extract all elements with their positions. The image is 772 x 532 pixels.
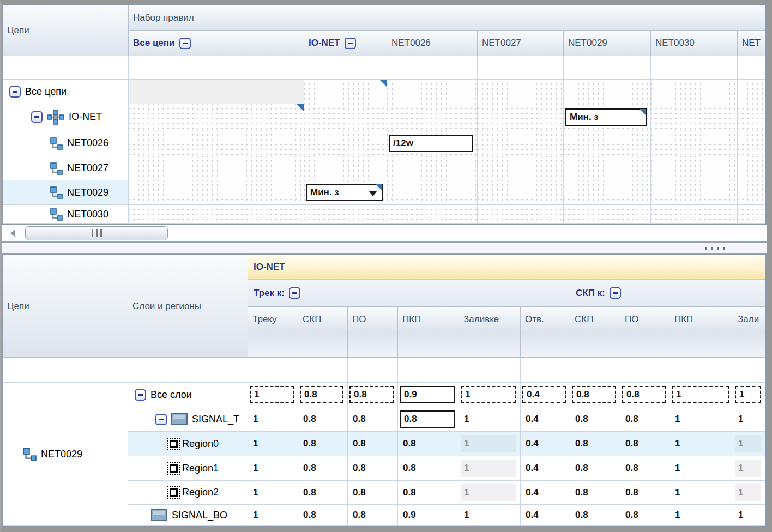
- skp-to-group-header[interactable]: СКП к:: [570, 280, 765, 307]
- clearance-cell[interactable]: 0.8: [348, 456, 398, 481]
- clearance-cell[interactable]: 0.8: [398, 456, 459, 481]
- clearance-cell[interactable]: 0.4: [521, 456, 570, 481]
- colheader-pkp[interactable]: ПКП: [398, 307, 459, 332]
- clearance-cell-inherited[interactable]: 1: [459, 432, 521, 456]
- tree-row-all-nets[interactable]: Все цепи: [3, 80, 129, 104]
- rule-cell[interactable]: [738, 156, 765, 180]
- top-ruleset-header[interactable]: Набор правил: [129, 5, 765, 31]
- clearance-cell[interactable]: 1: [670, 481, 733, 505]
- rule-cell[interactable]: [651, 80, 738, 104]
- collapse-track-group-button[interactable]: [289, 287, 300, 299]
- clearance-cell[interactable]: 0.4: [521, 383, 570, 407]
- collapse-skp-group-button[interactable]: [610, 287, 621, 299]
- rule-cell[interactable]: [478, 156, 564, 180]
- colheader-fill[interactable]: Заливке: [459, 307, 521, 332]
- clearance-editor[interactable]: 1: [461, 386, 516, 403]
- rule-cell[interactable]: [651, 156, 738, 180]
- top-filter-cell[interactable]: [129, 56, 304, 80]
- clearance-editor[interactable]: 1: [250, 386, 294, 403]
- rule-cell[interactable]: [387, 180, 478, 205]
- collapse-io-net-column-button[interactable]: [345, 38, 356, 49]
- clearance-cell[interactable]: 0.8: [570, 407, 620, 432]
- top-colheader-io-net[interactable]: IO-NET: [304, 31, 387, 56]
- clearance-cell-inherited[interactable]: 1: [459, 481, 521, 505]
- colheader-track[interactable]: Треку: [248, 307, 298, 332]
- rule-cell[interactable]: [129, 205, 304, 224]
- rule-cell[interactable]: [387, 104, 478, 130]
- clearance-cell[interactable]: 1: [459, 407, 521, 432]
- bottom-filter-cell[interactable]: [348, 332, 398, 358]
- clearance-cell-inherited[interactable]: 1: [733, 432, 765, 456]
- bottom-filter-cell[interactable]: [570, 332, 620, 358]
- clearance-cell[interactable]: 1: [248, 456, 298, 481]
- clearance-cell-inherited[interactable]: 1: [459, 456, 521, 481]
- clearance-cell[interactable]: 0.8: [298, 505, 348, 526]
- rule-cell[interactable]: [387, 156, 478, 180]
- clearance-cell[interactable]: 0.8: [570, 383, 620, 407]
- clearance-cell[interactable]: 1: [670, 456, 733, 481]
- clearance-editor[interactable]: 1: [672, 386, 729, 403]
- colheader-hole[interactable]: Отв.: [521, 307, 570, 332]
- rule-cell[interactable]: [478, 180, 564, 205]
- collapse-signal-top-button[interactable]: [155, 414, 167, 425]
- clearance-cell[interactable]: 1: [459, 383, 521, 407]
- collapse-io-net-row-button[interactable]: [31, 111, 43, 123]
- clearance-cell[interactable]: 0.4: [521, 407, 570, 432]
- clearance-cell[interactable]: 0.8: [348, 481, 398, 505]
- rule-cell[interactable]: [564, 130, 651, 156]
- top-horizontal-scrollbar[interactable]: [2, 225, 767, 243]
- colheader-skp[interactable]: СКП: [298, 307, 348, 332]
- rule-cell[interactable]: [387, 80, 478, 104]
- rule-cell[interactable]: [564, 156, 651, 180]
- scrollbar-thumb[interactable]: [25, 226, 168, 240]
- rule-cell-net0026-net0026[interactable]: /12w: [387, 130, 478, 156]
- clearance-cell[interactable]: 0.4: [521, 505, 570, 526]
- bottom-filter-cell[interactable]: [620, 332, 670, 358]
- clearance-editor[interactable]: 0.8: [622, 386, 666, 403]
- rule-cell[interactable]: [564, 205, 651, 224]
- clearance-cell[interactable]: 0.8: [348, 407, 398, 432]
- tree-row-io-net[interactable]: IO-NET: [3, 104, 129, 130]
- clearance-cell[interactable]: 1: [248, 432, 298, 456]
- rule-cell[interactable]: [304, 156, 387, 180]
- clearance-cell[interactable]: 0.8: [348, 505, 398, 526]
- rule-cell[interactable]: [651, 130, 738, 156]
- rule-value-editor[interactable]: Мин. з: [565, 108, 647, 126]
- bottom-filter-cell[interactable]: [733, 332, 765, 358]
- layer-row-region1[interactable]: Region1: [128, 456, 248, 481]
- layer-row-region2[interactable]: Region2: [128, 481, 248, 505]
- rule-cell-allnets-allnets[interactable]: [129, 80, 304, 104]
- clearance-cell[interactable]: 0.8: [570, 505, 620, 526]
- top-colheader-net0026[interactable]: NET0026: [387, 31, 478, 56]
- clearance-cell[interactable]: 0.8: [348, 383, 398, 407]
- tree-row-net0026[interactable]: NET0026: [3, 130, 129, 156]
- bottom-filter-cell[interactable]: [248, 332, 298, 358]
- rule-cell[interactable]: [478, 80, 564, 104]
- rule-cell[interactable]: [478, 205, 564, 224]
- clearance-editor[interactable]: 1: [735, 386, 761, 403]
- colheader-pkp2[interactable]: ПКП: [670, 307, 733, 332]
- scroll-left-button[interactable]: [4, 226, 21, 240]
- rule-cell[interactable]: [564, 180, 651, 205]
- clearance-cell[interactable]: 1: [670, 383, 733, 407]
- bottom-nets-column-header[interactable]: Цепи: [3, 255, 128, 358]
- tree-row-net0027[interactable]: NET0027: [3, 156, 129, 180]
- rule-cell[interactable]: [651, 205, 738, 224]
- clearance-cell[interactable]: 1: [248, 407, 298, 432]
- clearance-cell[interactable]: 1: [733, 505, 765, 526]
- clearance-editor[interactable]: 0.8: [349, 386, 394, 403]
- top-filter-cell[interactable]: [387, 56, 478, 80]
- clearance-cell[interactable]: 0.4: [521, 432, 570, 456]
- bottom-layers-column-header[interactable]: Слои и регионы: [128, 255, 248, 358]
- clearance-editor[interactable]: 0.8: [300, 386, 343, 403]
- clearance-cell[interactable]: 0.8: [570, 432, 620, 456]
- top-nets-column-header[interactable]: Цепи: [3, 5, 129, 56]
- layer-row-all-layers[interactable]: Все слои: [128, 383, 248, 407]
- layer-row-signal-top[interactable]: SIGNAL_T: [128, 407, 248, 432]
- clearance-cell[interactable]: 0.8: [298, 456, 348, 481]
- rule-cell[interactable]: [564, 80, 651, 104]
- rule-cell[interactable]: [304, 205, 387, 224]
- clearance-cell[interactable]: 0.4: [521, 481, 570, 505]
- tree-row-net0029[interactable]: NET0029: [3, 180, 129, 205]
- bottom-net-cell-net0029[interactable]: NET0029: [3, 383, 128, 526]
